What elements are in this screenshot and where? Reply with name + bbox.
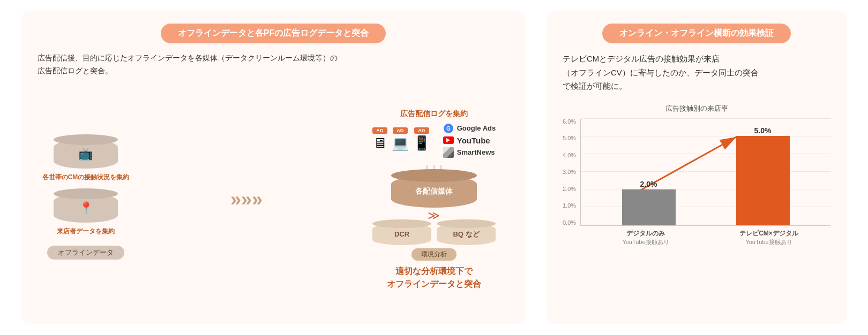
main-cylinder-wrap: 各配信媒体	[391, 176, 477, 208]
x-label-tv-main: テレビCM×デジタル	[739, 229, 798, 238]
ad-devices: AD 🖥 AD 💻 AD 📱	[372, 127, 430, 151]
x-label-tv: テレビCM×デジタル YouTube接触あり	[734, 229, 804, 246]
offline-side: 📺 各世帯のCMの接触状況を集約 📍 来店者データを集約 オフラインデータ	[38, 140, 134, 260]
tv-cylinder: 📺	[54, 140, 118, 169]
tv-label: 各世帯のCMの接触状況を集約	[42, 173, 130, 182]
left-panel-desc: 広告配信後、目的に応じたオフラインデータを各媒体（データクリーンルーム環境等）の…	[38, 52, 509, 78]
brand-smartnews: SmartNews	[443, 147, 495, 158]
right-panel: オンライン・オフライン横断の効果検証 テレビCMとデジタル広告の接触効果が来店 …	[547, 11, 847, 324]
center-bottom-label: 適切な分析環境下で オフラインデータと突合	[387, 265, 481, 291]
dcr-cylinder: DCR	[372, 224, 431, 245]
y-tick-5: 5.0%	[563, 135, 576, 141]
tv-db-item: 📺 各世帯のCMの接触状況を集約	[42, 140, 130, 182]
youtube-text: YouTube	[457, 136, 490, 145]
monitor-icon: 🖥	[373, 135, 387, 151]
youtube-icon	[443, 136, 454, 144]
bar-digital: 2.0%	[622, 180, 676, 225]
y-tick-1: 1.0%	[563, 203, 576, 209]
main-container: オフラインデータと各PFの広告ログデータと突合 広告配信後、目的に応じたオフライ…	[0, 0, 868, 335]
ad-device-1: AD 🖥	[372, 127, 387, 151]
svg-text:G: G	[446, 126, 451, 132]
left-panel: オフラインデータと各PFの広告ログデータと突合 広告配信後、目的に応じたオフライ…	[21, 11, 525, 324]
brand-youtube: 広告接触別の来店率 YouTube	[443, 136, 490, 145]
left-panel-title-wrap: オフラインデータと各PFの広告ログデータと突合	[38, 24, 509, 43]
left-panel-title: オフラインデータと各PFの広告ログデータと突合	[161, 24, 386, 43]
y-tick-6: 6.0%	[563, 119, 576, 125]
tablet-icon: 📱	[413, 135, 430, 151]
location-label: 来店者データを集約	[57, 227, 115, 236]
double-down-arrow-icon: ≫	[428, 210, 440, 222]
bar-group-digital: 2.0%	[622, 180, 676, 225]
triple-arrow-icon: »»»	[230, 188, 263, 211]
bars-row: 2.0% 5.0%	[581, 119, 830, 225]
ad-device-2: AD 💻	[392, 127, 409, 151]
x-label-tv-sub: YouTube接触あり	[745, 238, 792, 246]
right-panel-title: オンライン・オフライン横断の効果検証	[602, 24, 791, 43]
y-axis: 6.0% 5.0% 4.0% 3.0% 2.0% 1.0% 0.0%	[563, 119, 580, 226]
smartnews-label: SmartNews	[457, 148, 495, 156]
ad-device-3: AD 📱	[413, 127, 430, 151]
bar-digital-value: 2.0%	[640, 180, 657, 188]
y-tick-2: 2.0%	[563, 186, 576, 192]
ad-log-label: 広告配信ログを集約	[400, 109, 468, 119]
x-label-digital-main: デジタルのみ	[626, 229, 665, 238]
diagram-area: 📺 各世帯のCMの接触状況を集約 📍 来店者データを集約 オフラインデータ »»…	[38, 88, 509, 311]
ad-badge-3: AD	[414, 127, 429, 134]
chart-inner: 6.0% 5.0% 4.0% 3.0% 2.0% 1.0% 0.0%	[563, 119, 830, 226]
sub-cylinders: DCR BQ など	[372, 224, 496, 245]
x-label-digital-sub: YouTube接触あり	[622, 238, 669, 246]
right-panel-title-wrap: オンライン・オフライン横断の効果検証	[563, 24, 830, 43]
google-ads-label: Google Ads	[457, 124, 496, 132]
bar-tv-body	[736, 136, 790, 225]
devices-brands-row: AD 🖥 AD 💻 AD 📱	[372, 123, 496, 158]
ad-badge-1: AD	[372, 127, 387, 134]
youtube-play-icon	[446, 138, 450, 142]
ad-badge-2: AD	[393, 127, 408, 134]
env-badge: 環境分析	[411, 248, 457, 261]
dcr-label: DCR	[394, 230, 409, 238]
bq-cylinder: BQ など	[437, 224, 496, 245]
offline-badge: オフラインデータ	[47, 246, 124, 260]
location-icon: 📍	[79, 201, 93, 215]
bar-tv-value: 5.0%	[754, 126, 772, 135]
bar-group-tv: 5.0%	[736, 126, 790, 225]
google-ads-icon: G	[443, 123, 454, 134]
chart-container: 広告接触別の来店率 6.0% 5.0% 4.0% 3.0% 2.0% 1.0% …	[563, 104, 830, 312]
chart-wrap: 6.0% 5.0% 4.0% 3.0% 2.0% 1.0% 0.0%	[563, 119, 830, 246]
laptop-icon: 💻	[392, 135, 409, 151]
tv-icon: 📺	[78, 147, 93, 161]
y-tick-4: 4.0%	[563, 153, 576, 158]
brand-logos: G Google Ads 広告接触別の来店率 YouTube	[443, 123, 496, 158]
smartnews-icon	[443, 147, 454, 158]
bar-tv: 5.0%	[736, 126, 790, 225]
bq-label: BQ など	[453, 230, 479, 239]
chart-title: 広告接触別の来店率	[665, 104, 728, 113]
location-db-item: 📍 来店者データを集約	[54, 194, 118, 236]
main-cylinder: 各配信媒体	[391, 176, 477, 208]
brand-google: G Google Ads	[443, 123, 496, 134]
x-label-digital: デジタルのみ YouTube接触あり	[611, 229, 680, 246]
location-cylinder: 📍	[54, 194, 118, 223]
bars-area: 2.0% 5.0%	[580, 119, 830, 226]
bar-digital-body	[622, 189, 676, 225]
right-panel-desc: テレビCMとデジタル広告の接触効果が来店 （オフラインCV）に寄与したのか、デー…	[563, 52, 830, 93]
x-labels: デジタルのみ YouTube接触あり テレビCM×デジタル YouTube接触あ…	[563, 226, 830, 246]
y-tick-0: 0.0%	[563, 220, 576, 226]
center-side: 広告配信ログを集約 AD 🖥 AD 💻 AD 📱	[359, 109, 509, 291]
y-tick-3: 3.0%	[563, 169, 576, 175]
main-cylinder-label: 各配信媒体	[415, 187, 453, 196]
